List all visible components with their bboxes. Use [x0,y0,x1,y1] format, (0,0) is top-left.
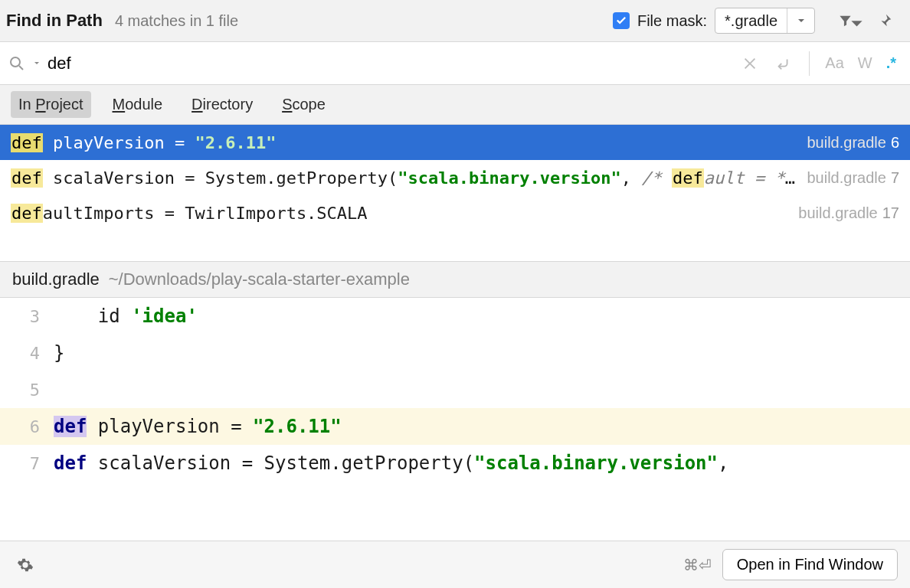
dialog-title: Find in Path [6,11,103,31]
editor-line[interactable]: 7def scalaVersion = System.getProperty("… [0,445,910,482]
svg-line-1 [19,66,23,70]
gutter-line-number: 3 [0,307,54,326]
clear-icon[interactable] [737,51,763,77]
result-file: build.gradle [798,204,877,222]
editor-line[interactable]: 5 [0,371,910,408]
gutter-line-number: 7 [0,454,54,473]
scope-tabs: In Project Module Directory Scope [0,85,910,125]
filter-icon[interactable] [838,8,864,34]
preview-filename: build.gradle [12,270,100,289]
file-mask-select[interactable]: *.gradle [715,8,815,34]
result-line-number: 17 [882,204,899,222]
search-input[interactable] [47,54,729,74]
match-case-toggle[interactable]: Aa [822,54,846,72]
result-row[interactable]: defaultImports = TwirlImports.SCALAbuild… [0,195,910,230]
match-count: 4 matches in 1 file [115,12,238,30]
result-line-number: 6 [891,134,899,152]
chevron-down-icon[interactable] [34,60,40,67]
editor-line[interactable]: 3 id 'idea' [0,298,910,335]
result-row[interactable]: def playVersion = "2.6.11"build.gradle6 [0,125,910,160]
tab-module[interactable]: Module [105,91,171,118]
file-mask-label: File mask: [637,12,707,30]
result-line-number: 7 [891,169,899,187]
chevron-down-icon[interactable] [787,8,814,33]
preview-header: build.gradle ~/Downloads/play-scala-star… [0,261,910,298]
preview-path: ~/Downloads/play-scala-starter-example [109,270,410,289]
editor-line[interactable]: 6def playVersion = "2.6.11" [0,408,910,445]
gutter-line-number: 6 [0,417,54,436]
result-row[interactable]: def scalaVersion = System.getProperty("s… [0,160,910,195]
footer: ⌘⏎ Open in Find Window [0,541,910,588]
editor-line[interactable]: 4} [0,335,910,371]
regex-toggle[interactable]: .* [883,54,899,72]
results-list: def playVersion = "2.6.11"build.gradle6d… [0,125,910,230]
file-mask-value: *.gradle [715,12,787,30]
result-file: build.gradle [807,134,885,152]
gear-icon[interactable] [12,552,38,578]
file-mask-checkbox[interactable] [613,12,630,29]
dialog-header: Find in Path 4 matches in 1 file File ma… [0,0,910,42]
keyboard-shortcut: ⌘⏎ [683,556,712,574]
tab-scope[interactable]: Scope [274,91,333,118]
open-in-find-window-button[interactable]: Open in Find Window [722,549,898,580]
gutter-line-number: 5 [0,381,54,400]
words-toggle[interactable]: W [855,54,876,72]
search-bar: Aa W .* [0,42,910,85]
result-file: build.gradle [807,169,885,187]
tab-in-project[interactable]: In Project [11,91,91,118]
newline-icon[interactable] [771,51,797,77]
svg-point-0 [11,57,20,67]
tab-directory[interactable]: Directory [184,91,260,118]
search-icon [8,54,26,73]
preview-editor[interactable]: 3 id 'idea'4}56def playVersion = "2.6.11… [0,298,910,482]
gutter-line-number: 4 [0,344,54,363]
pin-icon[interactable] [872,8,898,34]
